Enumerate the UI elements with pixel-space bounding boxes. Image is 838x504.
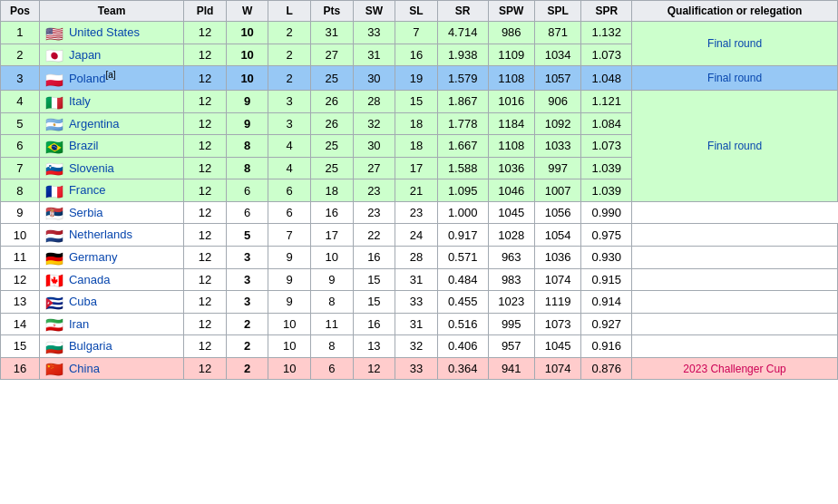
cell-spr: 1.039 [581, 157, 632, 179]
cell-sl: 33 [395, 357, 438, 380]
cell-sw: 12 [353, 357, 395, 380]
header-l: L [268, 1, 311, 22]
cell-pts: 10 [311, 246, 354, 268]
cell-team[interactable]: 🇮🇹Italy [39, 91, 183, 113]
cell-l: 9 [268, 291, 311, 314]
cell-sr: 0.917 [437, 224, 488, 247]
flag-icon: 🇦🇷 [45, 118, 65, 131]
cell-l: 3 [268, 112, 311, 135]
cell-qualification [632, 246, 838, 268]
team-link[interactable]: Netherlands [69, 228, 132, 241]
cell-team[interactable]: 🇨🇺Cuba [39, 291, 183, 314]
cell-w: 10 [226, 44, 268, 66]
team-link[interactable]: Poland [69, 72, 105, 85]
cell-l: 10 [268, 357, 311, 380]
cell-l: 4 [268, 157, 311, 179]
team-link[interactable]: Italy [69, 94, 91, 108]
cell-spl: 1073 [534, 313, 580, 335]
table-row: 4🇮🇹Italy12932628151.86710169061.121Final… [1, 91, 838, 113]
cell-team[interactable]: 🇺🇸United States [39, 22, 183, 44]
cell-sl: 7 [395, 22, 438, 44]
cell-team[interactable]: 🇷🇸Serbia [39, 201, 183, 224]
cell-team[interactable]: 🇵🇱Poland[a] [39, 66, 183, 91]
cell-w: 3 [226, 291, 268, 314]
cell-spw: 983 [488, 268, 534, 291]
header-spr: SPR [581, 1, 632, 22]
team-link[interactable]: Iran [69, 317, 89, 331]
cell-team[interactable]: 🇨🇳China [39, 357, 183, 380]
cell-sw: 23 [353, 201, 395, 224]
cell-l: 9 [268, 246, 311, 268]
flag-icon: 🇨🇳 [45, 363, 65, 375]
cell-spw: 1184 [488, 112, 534, 135]
cell-pld: 12 [184, 246, 227, 268]
cell-spw: 986 [488, 22, 534, 44]
cell-spw: 1046 [488, 179, 534, 202]
team-link[interactable]: Cuba [69, 295, 97, 308]
cell-pld: 12 [184, 179, 227, 202]
cell-spw: 1109 [488, 44, 534, 66]
cell-l: 6 [268, 201, 311, 224]
cell-spr: 0.914 [581, 291, 632, 314]
cell-team[interactable]: 🇮🇷Iran [39, 313, 183, 335]
cell-pld: 12 [184, 112, 227, 135]
team-link[interactable]: China [69, 362, 100, 375]
team-link[interactable]: Canada [69, 273, 111, 286]
cell-pts: 11 [311, 313, 354, 335]
team-link[interactable]: United States [69, 25, 140, 39]
cell-spw: 957 [488, 335, 534, 358]
cell-spw: 1108 [488, 66, 534, 91]
table-row: 10🇳🇱Netherlands12571722240.917102810540.… [1, 224, 838, 247]
cell-w: 6 [226, 201, 268, 224]
cell-w: 6 [226, 179, 268, 202]
team-link[interactable]: Slovenia [69, 161, 114, 175]
cell-w: 3 [226, 246, 268, 268]
cell-spw: 1108 [488, 135, 534, 158]
cell-w: 3 [226, 268, 268, 291]
cell-team[interactable]: 🇨🇦Canada [39, 268, 183, 291]
team-link[interactable]: Brazil [69, 139, 99, 152]
cell-sw: 16 [353, 246, 395, 268]
team-link[interactable]: France [69, 183, 105, 197]
cell-l: 10 [268, 313, 311, 335]
cell-sr: 1.000 [437, 201, 488, 224]
flag-icon: 🇫🇷 [45, 185, 65, 198]
cell-team[interactable]: 🇯🇵Japan [39, 44, 183, 66]
cell-team[interactable]: 🇧🇬Bulgaria [39, 335, 183, 358]
cell-spw: 1016 [488, 91, 534, 113]
cell-spl: 1036 [534, 246, 580, 268]
cell-spw: 1023 [488, 291, 534, 314]
cell-sw: 28 [353, 91, 395, 113]
team-link[interactable]: Serbia [69, 206, 103, 219]
table-row: 12🇨🇦Canada1239915310.48498310740.915 [1, 268, 838, 291]
cell-spr: 1.039 [581, 179, 632, 202]
cell-sw: 16 [353, 313, 395, 335]
cell-pts: 8 [311, 291, 354, 314]
cell-pos: 14 [1, 313, 40, 335]
cell-team[interactable]: 🇩🇪Germany [39, 246, 183, 268]
cell-spl: 1119 [534, 291, 580, 314]
team-link[interactable]: Germany [69, 250, 117, 264]
cell-sr: 0.516 [437, 313, 488, 335]
team-link[interactable]: Argentina [69, 117, 120, 131]
header-pld: Pld [184, 1, 227, 22]
cell-team[interactable]: 🇦🇷Argentina [39, 112, 183, 135]
team-link[interactable]: Bulgaria [69, 339, 112, 353]
cell-team[interactable]: 🇳🇱Netherlands [39, 224, 183, 247]
cell-spr: 0.915 [581, 268, 632, 291]
cell-w: 8 [226, 157, 268, 179]
cell-team[interactable]: 🇸🇮Slovenia [39, 157, 183, 179]
cell-team[interactable]: 🇧🇷Brazil [39, 135, 183, 158]
flag-icon: 🇩🇪 [45, 252, 65, 265]
cell-pld: 12 [184, 201, 227, 224]
cell-spl: 1074 [534, 357, 580, 380]
cell-sl: 31 [395, 268, 438, 291]
team-link[interactable]: Japan [69, 48, 101, 62]
flag-icon: 🇯🇵 [45, 49, 65, 62]
cell-sr: 1.588 [437, 157, 488, 179]
cell-sr: 1.938 [437, 44, 488, 66]
cell-sl: 33 [395, 291, 438, 314]
flag-icon: 🇸🇮 [45, 162, 65, 175]
cell-team[interactable]: 🇫🇷France [39, 179, 183, 202]
cell-sr: 0.364 [437, 357, 488, 380]
